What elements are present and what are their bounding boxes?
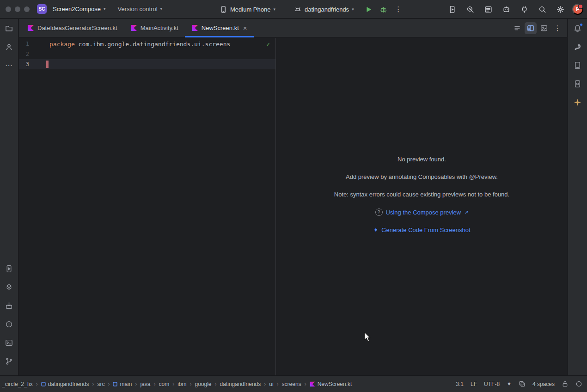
running-devices-button[interactable] (446, 3, 458, 15)
caret-position-widget[interactable]: 3:1 (456, 381, 464, 387)
caret (46, 61, 49, 68)
gradle-tool-button[interactable] (571, 40, 584, 53)
generate-code-link[interactable]: ✦ Generate Code From Screenshot (373, 227, 470, 233)
split-view-button[interactable] (525, 22, 537, 34)
person-icon (5, 43, 13, 51)
breadcrumb-label: NewScreen.kt (318, 381, 352, 387)
design-view-icon (540, 24, 548, 32)
breadcrumb-separator-icon: › (153, 381, 155, 387)
ai-sparkle-icon[interactable]: ✦ (507, 380, 512, 387)
search-everywhere-button[interactable] (536, 3, 548, 15)
terminal-icon (5, 339, 13, 347)
breadcrumb-item[interactable]: datingandfriends (220, 381, 261, 387)
running-devices-tool-button[interactable] (3, 262, 16, 275)
line-number: 1 (19, 41, 29, 47)
more-tool-windows-button[interactable]: ⋯ (3, 59, 16, 72)
close-window-button[interactable] (6, 6, 11, 12)
breadcrumb: _circle_2_fix›datingandfriends›src›main›… (2, 381, 352, 387)
encoding-widget[interactable]: UTF-8 (484, 381, 500, 387)
info-circle-icon[interactable] (575, 380, 582, 387)
run-configuration-button[interactable]: datingandfriends ▾ (291, 3, 357, 16)
breadcrumb-item[interactable]: NewScreen.kt (310, 381, 352, 387)
code-lines-icon (514, 24, 521, 32)
line-separator-widget[interactable]: LF (471, 381, 477, 387)
indent-widget[interactable]: 4 spaces (532, 381, 555, 387)
gemini-tool-button[interactable] (571, 96, 584, 109)
debug-button[interactable] (378, 3, 390, 15)
device-explorer-tool-button[interactable] (571, 59, 584, 72)
device-play-icon (5, 265, 13, 273)
device-manager-tool-button[interactable] (571, 77, 584, 90)
more-run-actions-button[interactable]: ⋮ (392, 3, 404, 15)
breadcrumb-label: main (120, 381, 132, 387)
document-lines-icon (484, 6, 492, 13)
breadcrumb-item[interactable]: main (113, 381, 132, 387)
chevron-down-icon: ▾ (352, 7, 354, 12)
stacked-squares-icon[interactable] (519, 380, 526, 387)
code-line[interactable]: 2 (19, 49, 275, 59)
code-line[interactable]: 1 package com.ibm.google.datingandfriend… (19, 39, 275, 49)
sparkle-icon: ✦ (373, 227, 378, 233)
logcat-button[interactable] (482, 3, 494, 15)
breadcrumb-item[interactable]: java (140, 381, 150, 387)
inspections-ok-icon[interactable]: ✓ (266, 41, 270, 48)
device-selector-button[interactable]: Medium Phone ▾ (216, 3, 279, 16)
gemini-star-icon (574, 98, 581, 106)
code-editor[interactable]: 1 package com.ibm.google.datingandfriend… (19, 38, 276, 375)
tab-newscreen[interactable]: NewScreen.kt × (185, 19, 254, 37)
design-view-button[interactable] (538, 22, 550, 34)
build-variants-tool-button[interactable] (3, 281, 16, 294)
breadcrumb-label: ibm (177, 381, 186, 387)
problems-tool-button[interactable] (3, 318, 16, 331)
chevron-down-icon: ▾ (104, 7, 106, 11)
tab-mainactivity[interactable]: MainActivity.kt (124, 19, 185, 37)
version-control-tool-button[interactable] (3, 355, 16, 368)
user-avatar[interactable]: P (572, 4, 583, 15)
preview-message-note: Note: syntax errors could cause existing… (334, 191, 509, 198)
terminal-tool-button[interactable] (3, 336, 16, 349)
bot-icon (502, 6, 510, 13)
kotlin-file-icon (130, 24, 137, 31)
unlock-icon[interactable] (562, 380, 569, 387)
tab-dateideasgeneratorscreen[interactable]: DateIdeasGeneratorScreen.kt (21, 19, 124, 37)
breadcrumb-item[interactable]: google (195, 381, 211, 387)
breadcrumb-item[interactable]: _circle_2_fix (2, 381, 33, 387)
plug-icon (520, 6, 528, 13)
breadcrumb-item[interactable]: src (97, 381, 104, 387)
project-selector-button[interactable]: Screen2Compose ▾ (49, 3, 109, 15)
kotlin-file-icon (27, 24, 34, 31)
commit-tool-button[interactable] (3, 40, 16, 53)
plugins-button[interactable] (518, 3, 530, 15)
zoom-window-button[interactable] (24, 6, 30, 12)
code-line-current[interactable]: 3 (19, 59, 275, 69)
android-studio-window: SC Screen2Compose ▾ Version control ▾ Me… (0, 0, 587, 392)
profiler-button[interactable] (464, 3, 476, 15)
editor-options-button[interactable]: ⋮ (551, 22, 563, 34)
tab-label: DateIdeasGeneratorScreen.kt (37, 24, 117, 31)
compose-preview-help-link[interactable]: ? Using the Compose preview ↗ (375, 208, 469, 216)
breadcrumb-item[interactable]: datingandfriends (41, 381, 89, 387)
preview-message-title: No preview found. (397, 156, 446, 163)
close-tab-icon[interactable]: × (243, 24, 247, 32)
settings-button[interactable] (554, 3, 566, 15)
line-number: 3 (19, 61, 29, 67)
bug-icon (379, 6, 387, 13)
breadcrumb-label: com (159, 381, 169, 387)
box-arrow-icon (5, 302, 13, 310)
breadcrumb-item[interactable]: com (159, 381, 169, 387)
editor-tabs: DateIdeasGeneratorScreen.kt MainActivity… (19, 19, 254, 37)
folder-icon (5, 24, 13, 32)
run-button[interactable] (363, 3, 375, 15)
notifications-button[interactable] (571, 22, 584, 35)
code-view-button[interactable] (511, 22, 523, 34)
assistant-button[interactable] (500, 3, 512, 15)
breadcrumb-label: ui (269, 381, 273, 387)
breadcrumb-item[interactable]: screens (282, 381, 301, 387)
breadcrumb-item[interactable]: ui (269, 381, 273, 387)
minimize-window-button[interactable] (15, 6, 20, 12)
version-control-menu-button[interactable]: Version control ▾ (115, 3, 166, 15)
app-inspection-tool-button[interactable] (3, 299, 16, 312)
help-link-label: Using the Compose preview (386, 209, 461, 216)
breadcrumb-item[interactable]: ibm (177, 381, 186, 387)
project-tool-button[interactable] (3, 22, 16, 35)
